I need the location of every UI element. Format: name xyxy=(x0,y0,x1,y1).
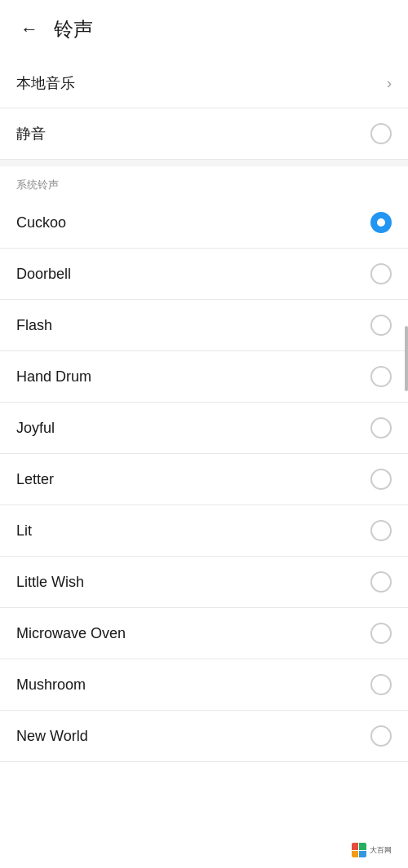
silent-label: 静音 xyxy=(16,124,46,143)
ringtone-name: Flash xyxy=(16,317,52,334)
watermark-text: 大百网 xyxy=(370,845,392,856)
watermark-box: 大百网 xyxy=(348,841,395,859)
ringtone-item[interactable]: Joyful xyxy=(0,403,408,454)
logo-q4 xyxy=(359,851,366,858)
ringtone-radio[interactable] xyxy=(370,571,392,593)
silent-row[interactable]: 静音 xyxy=(0,108,408,160)
ringtone-item[interactable]: Hand Drum xyxy=(0,351,408,403)
ringtone-item[interactable]: Doorbell xyxy=(0,249,408,300)
ringtone-radio[interactable] xyxy=(370,725,392,747)
ringtone-item[interactable]: Flash xyxy=(0,300,408,351)
ringtone-item[interactable]: Microwave Oven xyxy=(0,608,408,659)
back-arrow-icon: ← xyxy=(20,20,38,38)
ringtone-name: Doorbell xyxy=(16,266,71,283)
page-container: ← 铃声 本地音乐 › 静音 系统铃声 CuckooDoorbellFlashH… xyxy=(0,0,408,762)
ringtone-name: Mushroom xyxy=(16,676,86,694)
local-music-label: 本地音乐 xyxy=(16,73,75,93)
ringtone-radio[interactable] xyxy=(370,623,392,644)
logo-q1 xyxy=(352,843,359,850)
ringtone-radio[interactable] xyxy=(370,315,392,336)
silent-radio[interactable] xyxy=(370,123,392,144)
system-ringtones-header: 系统铃声 xyxy=(0,166,408,197)
ringtone-item[interactable]: Lit xyxy=(0,505,408,557)
logo-q2 xyxy=(359,843,366,850)
local-music-row[interactable]: 本地音乐 › xyxy=(0,59,408,108)
ringtone-name: Letter xyxy=(16,471,54,488)
chevron-right-icon: › xyxy=(387,75,392,92)
ringtone-radio[interactable] xyxy=(370,469,392,490)
ringtone-item[interactable]: Mushroom xyxy=(0,659,408,711)
ringtone-name: Lit xyxy=(16,522,32,540)
ringtone-radio[interactable] xyxy=(370,674,392,695)
ringtone-radio[interactable] xyxy=(370,417,392,438)
ringtone-name: Little Wish xyxy=(16,574,84,591)
ringtone-radio[interactable] xyxy=(370,212,392,233)
section-divider xyxy=(0,160,408,166)
ringtone-name: Hand Drum xyxy=(16,368,91,386)
ringtone-name: Joyful xyxy=(16,420,55,437)
ringtone-list: CuckooDoorbellFlashHand DrumJoyfulLetter… xyxy=(0,197,408,762)
ringtone-radio[interactable] xyxy=(370,366,392,387)
ringtone-radio[interactable] xyxy=(370,520,392,541)
ringtone-item[interactable]: Little Wish xyxy=(0,557,408,608)
ringtone-item[interactable]: Letter xyxy=(0,454,408,505)
ringtone-radio[interactable] xyxy=(370,263,392,284)
scrollbar xyxy=(405,326,408,391)
ringtone-name: Microwave Oven xyxy=(16,625,126,642)
watermark-logo xyxy=(352,843,366,857)
ringtone-item[interactable]: New World xyxy=(0,711,408,762)
ringtone-item[interactable]: Cuckoo xyxy=(0,197,408,249)
header: ← 铃声 xyxy=(0,0,408,59)
watermark: 大百网 xyxy=(343,840,400,860)
page-title: 铃声 xyxy=(54,16,93,42)
logo-q3 xyxy=(352,851,359,858)
ringtone-name: New World xyxy=(16,728,88,745)
back-button[interactable]: ← xyxy=(13,13,46,46)
ringtone-name: Cuckoo xyxy=(16,214,66,231)
